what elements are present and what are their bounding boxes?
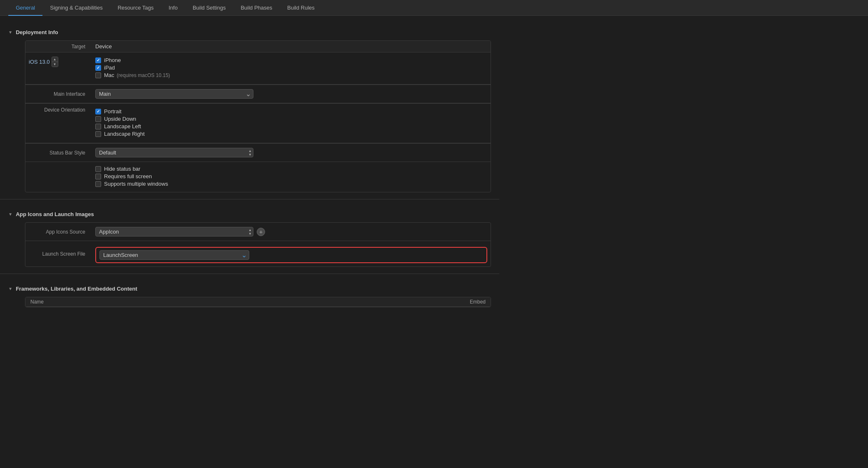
app-icons-source-row: App Icons Source AppIcon ▲ ▼ + — [25, 223, 491, 241]
status-bar-style-col: Default ▲ ▼ — [92, 146, 491, 159]
iphone-checkbox[interactable] — [95, 57, 101, 63]
ios-devices-row: iOS 13.0 ▲ ▼ iPhone iPad — [25, 52, 491, 85]
triangle-icon-2: ▼ — [8, 212, 12, 217]
frameworks-title: Frameworks, Libraries, and Embedded Cont… — [16, 286, 137, 292]
launch-screen-value-col: LaunchScreen ⌄ — [92, 242, 491, 265]
status-bar-style-select-wrap: Default ▲ ▼ — [95, 148, 253, 157]
tab-info[interactable]: Info — [161, 0, 185, 16]
status-bar-style-select[interactable]: Default — [95, 148, 253, 157]
target-device-table: Target Device iOS 13.0 ▲ ▼ iPhone — [25, 40, 491, 192]
main-interface-label: Main Interface — [25, 89, 92, 99]
main-interface-row: Main Interface Main ⌄ — [25, 85, 491, 103]
frameworks-col-embed: Embed — [436, 299, 486, 305]
orientation-portrait-row: Portrait — [95, 108, 487, 115]
status-bar-style-row: Status Bar Style Default ▲ ▼ — [25, 144, 491, 162]
hide-status-bar-checkbox[interactable] — [95, 166, 101, 172]
tab-resource-tags[interactable]: Resource Tags — [110, 0, 161, 16]
orientations-col: Portrait Upside Down Landscape Left Land… — [92, 106, 491, 140]
status-bar-options-label-placeholder — [25, 164, 92, 168]
main-interface-select[interactable]: Main — [95, 89, 253, 99]
app-icons-section-header[interactable]: ▼ App Icons and Launch Images — [0, 206, 499, 222]
ipad-checkbox[interactable] — [95, 65, 101, 71]
app-icons-title: App Icons and Launch Images — [16, 211, 94, 217]
stepper-arrows[interactable]: ▲ ▼ — [52, 57, 58, 67]
app-icons-table: App Icons Source AppIcon ▲ ▼ + Launch Sc… — [25, 222, 491, 267]
launch-screen-select-wrap: LaunchScreen ⌄ — [99, 250, 249, 260]
triangle-icon: ▼ — [8, 30, 12, 35]
ipad-label: iPad — [104, 65, 115, 71]
divider-1 — [0, 199, 499, 199]
main-interface-select-wrap: Main ⌄ — [95, 89, 253, 99]
app-icons-source-select-wrap: AppIcon ▲ ▼ — [95, 227, 253, 236]
stepper-down-icon[interactable]: ▼ — [52, 62, 58, 67]
portrait-checkbox[interactable] — [95, 109, 101, 115]
tab-signing[interactable]: Signing & Capabilities — [42, 0, 110, 16]
status-bar-options-col: Hide status bar Requires full screen Sup… — [92, 164, 491, 190]
deployment-info-title: Deployment Info — [16, 29, 58, 35]
hide-status-bar-row: Hide status bar — [95, 166, 487, 172]
col-device-label: Device — [92, 41, 491, 52]
launch-screen-row: Launch Screen File LaunchScreen ⌄ — [25, 241, 491, 266]
requires-full-screen-label: Requires full screen — [104, 173, 152, 179]
device-mac-row: Mac (requires macOS 10.15) — [95, 72, 487, 78]
device-orientation-label: Device Orientation — [25, 106, 92, 115]
tab-build-settings[interactable]: Build Settings — [185, 0, 233, 16]
launch-screen-highlight-box: LaunchScreen ⌄ — [95, 247, 487, 263]
status-bar-style-label: Status Bar Style — [25, 148, 92, 158]
app-icons-source-label: App Icons Source — [25, 227, 92, 237]
app-icons-source-select[interactable]: AppIcon — [95, 227, 253, 236]
main-content: ▼ Deployment Info Target Device iOS 13.0… — [0, 16, 499, 316]
supports-multiple-windows-row: Supports multiple windows — [95, 181, 487, 187]
add-app-icon-button[interactable]: + — [257, 228, 265, 236]
landscape-left-checkbox[interactable] — [95, 124, 101, 129]
upsidedown-checkbox[interactable] — [95, 116, 101, 122]
mac-sublabel: (requires macOS 10.15) — [117, 72, 170, 78]
divider-2 — [0, 274, 499, 274]
tab-general[interactable]: General — [8, 0, 42, 16]
device-ipad-row: iPad — [95, 65, 487, 71]
landscape-right-label: Landscape Right — [104, 131, 145, 137]
stepper-up-icon[interactable]: ▲ — [52, 57, 58, 62]
launch-screen-select[interactable]: LaunchScreen — [99, 250, 249, 260]
table-header-row: Target Device — [25, 41, 491, 52]
ios-version-cell: iOS 13.0 ▲ ▼ — [25, 55, 92, 69]
app-icons-source-value-col: AppIcon ▲ ▼ + — [92, 225, 491, 239]
triangle-icon-3: ▼ — [8, 286, 12, 291]
portrait-label: Portrait — [104, 108, 122, 115]
tab-bar: General Signing & Capabilities Resource … — [0, 0, 868, 16]
mac-label: Mac — [104, 72, 114, 78]
frameworks-section-header[interactable]: ▼ Frameworks, Libraries, and Embedded Co… — [0, 281, 499, 297]
main-interface-value-col: Main ⌄ — [92, 87, 491, 101]
requires-full-screen-row: Requires full screen — [95, 173, 487, 179]
mac-checkbox[interactable] — [95, 72, 101, 78]
launch-screen-label: Launch Screen File — [25, 249, 92, 259]
iphone-label: iPhone — [104, 57, 121, 63]
frameworks-table: Name Embed — [25, 297, 491, 307]
supports-multiple-windows-checkbox[interactable] — [95, 181, 101, 187]
ios-version-value: iOS 13.0 — [29, 59, 50, 65]
supports-multiple-windows-label: Supports multiple windows — [104, 181, 168, 187]
frameworks-col-name: Name — [30, 299, 436, 305]
frameworks-header-row: Name Embed — [25, 297, 491, 307]
col-target-label: Target — [25, 42, 92, 52]
status-bar-options-row: Hide status bar Requires full screen Sup… — [25, 162, 491, 192]
ios-version-stepper[interactable]: iOS 13.0 ▲ ▼ — [29, 57, 81, 67]
orientation-landscape-right-row: Landscape Right — [95, 131, 487, 137]
orientation-upsidedown-row: Upside Down — [95, 116, 487, 122]
orientation-landscape-left-row: Landscape Left — [95, 123, 487, 129]
landscape-right-checkbox[interactable] — [95, 131, 101, 137]
tab-build-phases[interactable]: Build Phases — [233, 0, 280, 16]
landscape-left-label: Landscape Left — [104, 123, 141, 129]
upsidedown-label: Upside Down — [104, 116, 136, 122]
device-orientation-row: Device Orientation Portrait Upside Down … — [25, 104, 491, 143]
device-iphone-row: iPhone — [95, 57, 487, 63]
requires-full-screen-checkbox[interactable] — [95, 174, 101, 179]
deployment-info-section-header[interactable]: ▼ Deployment Info — [0, 24, 499, 40]
hide-status-bar-label: Hide status bar — [104, 166, 140, 172]
tab-build-rules[interactable]: Build Rules — [280, 0, 322, 16]
devices-col: iPhone iPad Mac (requires macOS 10.15) — [92, 55, 491, 82]
